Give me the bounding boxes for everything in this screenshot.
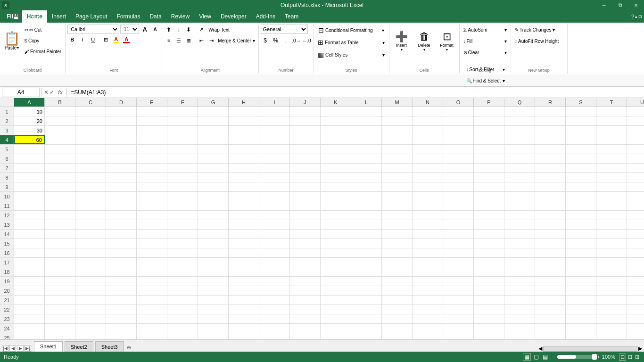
cell-3-N[interactable] <box>413 126 443 135</box>
font-size-select[interactable]: 11 <box>120 25 139 34</box>
cell-9-S[interactable] <box>566 182 596 191</box>
cell-20-U[interactable] <box>627 286 644 295</box>
cell-7-R[interactable] <box>535 164 566 173</box>
cell-15-J[interactable] <box>290 239 321 248</box>
cell-14-C[interactable] <box>75 230 106 239</box>
cell-20-T[interactable] <box>596 286 627 295</box>
horizontal-scrollbar[interactable] <box>543 346 637 352</box>
decrease-indent-button[interactable]: ⇤ <box>197 36 206 45</box>
cell-25-D[interactable] <box>106 333 137 339</box>
cell-5-C[interactable] <box>75 145 106 154</box>
col-header-D[interactable]: D <box>106 98 137 107</box>
cell-18-H[interactable] <box>229 267 259 276</box>
cell-14-A[interactable] <box>14 230 45 239</box>
cell-11-T[interactable] <box>596 201 627 210</box>
normal-layout-btn[interactable]: ⊟ <box>619 354 626 361</box>
cell-20-D[interactable] <box>106 286 137 295</box>
cell-22-I[interactable] <box>259 305 290 314</box>
cell-17-G[interactable] <box>198 258 229 267</box>
cell-16-G[interactable] <box>198 248 229 257</box>
cell-16-I[interactable] <box>259 248 290 257</box>
sheet-prev-btn[interactable]: ◀ <box>9 345 16 352</box>
cell-8-J[interactable] <box>290 173 321 182</box>
cell-7-M[interactable] <box>382 164 413 173</box>
cell-16-O[interactable] <box>443 248 474 257</box>
cell-19-G[interactable] <box>198 277 229 286</box>
cell-19-F[interactable] <box>167 277 198 286</box>
cell-10-P[interactable] <box>474 192 504 201</box>
row-num-23[interactable]: 23 <box>0 314 14 323</box>
cell-6-U[interactable] <box>627 154 644 163</box>
cell-4-M[interactable] <box>382 135 413 144</box>
cell-17-Q[interactable] <box>504 258 535 267</box>
menu-item-view[interactable]: View <box>194 10 216 23</box>
cell-3-J[interactable] <box>290 126 321 135</box>
cell-22-L[interactable] <box>351 305 382 314</box>
restore-btn[interactable]: ⧉ <box>612 0 628 10</box>
cell-2-D[interactable] <box>106 116 137 125</box>
minimize-btn[interactable]: ─ <box>596 0 612 10</box>
cell-15-B[interactable] <box>45 239 75 248</box>
row-num-16[interactable]: 16 <box>0 248 14 257</box>
cell-2-E[interactable] <box>137 116 167 125</box>
sheet-next-btn[interactable]: ▶ <box>17 345 24 352</box>
cell-15-I[interactable] <box>259 239 290 248</box>
cell-22-Q[interactable] <box>504 305 535 314</box>
cell-21-I[interactable] <box>259 296 290 304</box>
col-header-S[interactable]: S <box>566 98 596 107</box>
track-changes-button[interactable]: ✎ Track Changes ▾ <box>513 25 565 35</box>
cell-12-J[interactable] <box>290 211 321 220</box>
cell-19-K[interactable] <box>321 277 351 286</box>
col-header-J[interactable]: J <box>290 98 321 107</box>
cell-22-B[interactable] <box>45 305 75 314</box>
save-qa-btn[interactable]: 💾 <box>11 14 21 20</box>
cell-24-N[interactable] <box>413 324 443 333</box>
cell-7-I[interactable] <box>259 164 290 173</box>
cell-4-E[interactable] <box>137 135 167 144</box>
cell-1-D[interactable] <box>106 107 137 116</box>
cell-6-Q[interactable] <box>504 154 535 163</box>
cell-7-J[interactable] <box>290 164 321 173</box>
row-num-13[interactable]: 13 <box>0 220 14 229</box>
cell-22-O[interactable] <box>443 305 474 314</box>
cell-23-J[interactable] <box>290 314 321 323</box>
cell-5-G[interactable] <box>198 145 229 154</box>
cell-25-R[interactable] <box>535 333 566 339</box>
cell-14-E[interactable] <box>137 230 167 239</box>
cell-9-B[interactable] <box>45 182 75 191</box>
cell-10-O[interactable] <box>443 192 474 201</box>
cell-15-L[interactable] <box>351 239 382 248</box>
cell-7-P[interactable] <box>474 164 504 173</box>
cell-20-A[interactable] <box>14 286 45 295</box>
cell-25-H[interactable] <box>229 333 259 339</box>
cell-9-H[interactable] <box>229 182 259 191</box>
cell-17-P[interactable] <box>474 258 504 267</box>
number-format-select[interactable]: General <box>261 25 308 34</box>
cell-16-R[interactable] <box>535 248 566 257</box>
scroll-right-btn[interactable]: ▶ <box>638 346 642 352</box>
cell-19-P[interactable] <box>474 277 504 286</box>
cell-5-H[interactable] <box>229 145 259 154</box>
cell-13-N[interactable] <box>413 220 443 229</box>
cell-11-Q[interactable] <box>504 201 535 210</box>
cell-21-C[interactable] <box>75 296 106 304</box>
menu-item-review[interactable]: Review <box>166 10 194 23</box>
cell-8-B[interactable] <box>45 173 75 182</box>
cell-4-A[interactable]: 60 <box>14 135 45 144</box>
cell-5-T[interactable] <box>596 145 627 154</box>
font-color-button[interactable]: A <box>122 35 131 44</box>
col-header-C[interactable]: C <box>75 98 106 107</box>
cell-16-S[interactable] <box>566 248 596 257</box>
cell-12-T[interactable] <box>596 211 627 220</box>
cell-5-J[interactable] <box>290 145 321 154</box>
cell-15-F[interactable] <box>167 239 198 248</box>
zoom-in-btn[interactable]: + <box>597 354 600 360</box>
cell-1-F[interactable] <box>167 107 198 116</box>
cell-3-S[interactable] <box>566 126 596 135</box>
cell-4-P[interactable] <box>474 135 504 144</box>
row-num-15[interactable]: 15 <box>0 239 14 248</box>
cell-2-R[interactable] <box>535 116 566 125</box>
cell-18-G[interactable] <box>198 267 229 276</box>
normal-view-btn[interactable]: ▦ <box>523 353 531 361</box>
cell-17-I[interactable] <box>259 258 290 267</box>
